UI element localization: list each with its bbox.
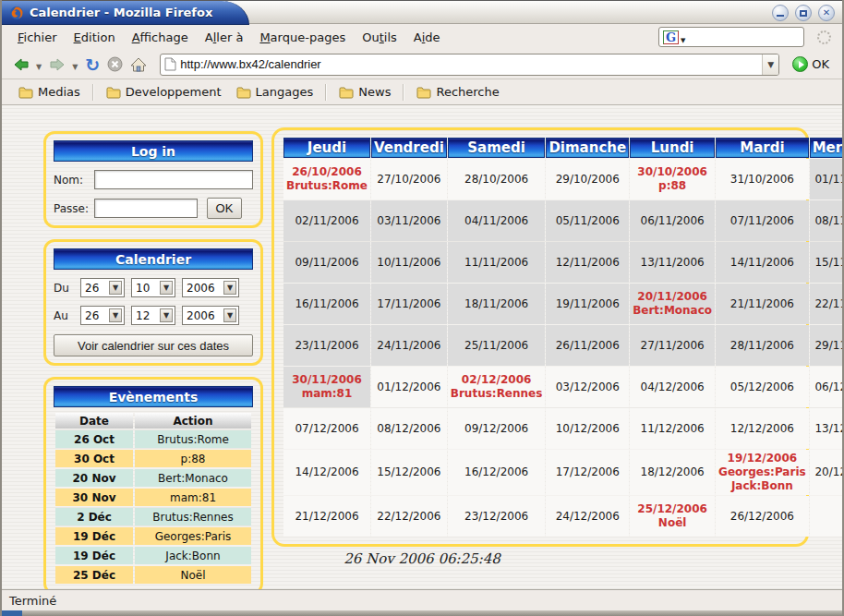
events-header-date: Date xyxy=(55,413,133,429)
generated-timestamp: 26 Nov 2006 06:25:48 xyxy=(2,550,842,567)
title-bar[interactable]: Calendrier - Mozilla Firefox ✕ xyxy=(2,0,842,24)
calendar-cell: 10/11/2006 xyxy=(371,242,447,283)
window-title: Calendrier - Mozilla Firefox xyxy=(30,6,212,19)
search-box[interactable]: G ▼ xyxy=(658,27,804,47)
status-text: Terminé xyxy=(9,594,56,608)
passe-field[interactable] xyxy=(94,199,198,218)
navigation-toolbar: ▼ ▼ ↻ ▼ OK xyxy=(2,50,842,79)
cell-event: p:88 xyxy=(633,179,712,193)
calendar-cell: 06/12/2006 xyxy=(810,367,842,407)
cell-date: 22/12/2006 xyxy=(374,510,444,524)
cell-date: 25/11/2006 xyxy=(451,339,543,353)
url-dropdown-icon[interactable]: ▼ xyxy=(762,54,778,75)
cell-event: Bert:Monaco xyxy=(633,304,712,318)
bookmark-label: Developpement xyxy=(126,85,222,99)
calendar-cell: 20/12/2006 xyxy=(810,450,842,495)
menu-item-affichage[interactable]: Affichage xyxy=(124,28,197,47)
calendar-cell: 05/12/2006 xyxy=(716,367,809,407)
stop-button[interactable] xyxy=(105,54,125,74)
event-date: 30 Nov xyxy=(55,489,133,506)
minimize-button[interactable] xyxy=(772,5,789,21)
events-box-title: Evènements xyxy=(54,386,253,407)
bookmarks-separator xyxy=(325,84,327,101)
select-value: 2006 xyxy=(183,282,223,295)
menu-item-aide[interactable]: Aide xyxy=(405,28,449,47)
view-calendar-button[interactable]: Voir calendrier sur ces dates xyxy=(54,334,253,356)
window-resize-corner[interactable] xyxy=(2,610,22,616)
bookmark-langages[interactable]: Langages xyxy=(229,82,321,102)
search-engine-caret-icon[interactable]: ▼ xyxy=(681,37,685,44)
calendar-cell: 19/11/2006 xyxy=(546,284,629,324)
event-action: Georges:Paris xyxy=(135,527,251,545)
date-select-au-0[interactable]: 26▼ xyxy=(80,306,125,325)
event-action: Brutus:Rome xyxy=(135,430,251,448)
forward-button[interactable] xyxy=(47,55,67,74)
calendar-cell: 24/12/2006 xyxy=(546,496,629,537)
calendar-row: 26/10/2006Brutus:Rome27/10/200628/10/200… xyxy=(283,159,842,199)
calendar-cell: 21/11/2006 xyxy=(716,284,809,324)
search-input[interactable] xyxy=(688,30,801,43)
weekday-header-jeudi: Jeudi xyxy=(283,138,370,158)
folder-icon xyxy=(106,86,121,99)
cell-date: 18/11/2006 xyxy=(451,297,543,311)
bookmark-developpement[interactable]: Developpement xyxy=(99,82,229,102)
calendar-cell: 26/11/2006 xyxy=(546,325,629,366)
close-button[interactable]: ✕ xyxy=(818,5,835,21)
calendar-cell: 06/11/2006 xyxy=(630,200,715,241)
cell-date: 12/11/2006 xyxy=(549,256,626,270)
reload-button[interactable]: ↻ xyxy=(83,54,102,75)
menu-item-outils[interactable]: Outils xyxy=(354,28,405,47)
go-button[interactable]: OK xyxy=(789,54,833,74)
weekday-header-dimanche: Dimanche xyxy=(546,138,629,158)
calendar-cell: 16/12/2006 xyxy=(448,450,546,495)
bookmark-recherche[interactable]: Recherche xyxy=(409,82,506,102)
page-icon xyxy=(164,57,176,71)
cell-date: 09/12/2006 xyxy=(451,422,543,436)
calendar-cell: 22/11/2006 xyxy=(810,284,842,324)
maximize-button[interactable] xyxy=(795,5,812,21)
event-date: 30 Oct xyxy=(55,450,133,467)
date-select-au-2[interactable]: 2006▼ xyxy=(182,306,239,325)
calendar-cell: 14/12/2006 xyxy=(283,450,370,495)
date-select-du-0[interactable]: 26▼ xyxy=(80,278,125,297)
cell-date: 09/11/2006 xyxy=(286,256,368,270)
select-value: 12 xyxy=(132,309,160,322)
calendar-cell: 04/12/2006 xyxy=(630,367,715,407)
menu-item-fichier[interactable]: Fichier xyxy=(9,28,66,47)
menu-bar: FichierEditionAffichageAller àMarque-pag… xyxy=(2,24,842,50)
menu-item-edition[interactable]: Edition xyxy=(66,28,124,47)
url-input[interactable] xyxy=(176,57,762,71)
passe-label: Passe: xyxy=(54,202,94,215)
home-button[interactable] xyxy=(128,55,149,74)
calendar-cell: 26/12/2006 xyxy=(716,496,809,537)
menu-item-marquepages[interactable]: Marque-pages xyxy=(251,28,354,47)
date-select-du-1[interactable]: 10▼ xyxy=(131,278,175,297)
calendar-cell: 21/12/2006 xyxy=(283,496,370,537)
cell-date: 31/10/2006 xyxy=(718,173,806,187)
cell-date: 13/12/2006 xyxy=(813,422,842,436)
google-search-icon[interactable]: G xyxy=(663,30,679,44)
forward-dropdown-icon[interactable]: ▼ xyxy=(72,63,78,71)
bookmark-news[interactable]: News xyxy=(332,82,398,102)
calendar-cell: 11/11/2006 xyxy=(448,242,546,283)
cell-date: 26/10/2006 xyxy=(286,165,368,179)
event-row: 2 DécBrutus:Rennes xyxy=(55,508,251,525)
cell-date: 30/11/2006 xyxy=(286,373,368,387)
events-header-action: Action xyxy=(135,413,251,429)
cell-date: 07/11/2006 xyxy=(718,214,806,228)
calendar-cell: 02/11/2006 xyxy=(283,200,370,241)
back-dropdown-icon[interactable]: ▼ xyxy=(36,63,42,71)
url-bar[interactable]: ▼ xyxy=(160,54,779,76)
calendar-cell: 11/12/2006 xyxy=(630,408,715,449)
nom-field[interactable] xyxy=(94,170,253,189)
calendar-cell: 23/12/2006 xyxy=(448,496,546,537)
bookmark-medias[interactable]: Medias xyxy=(11,82,88,102)
login-ok-button[interactable]: OK xyxy=(207,198,242,219)
date-select-au-1[interactable]: 12▼ xyxy=(131,306,175,325)
calendar-cell: 30/10/2006p:88 xyxy=(630,159,715,199)
cell-date: 21/12/2006 xyxy=(286,510,368,524)
cell-date: 17/12/2006 xyxy=(549,465,626,479)
back-button[interactable] xyxy=(11,55,31,74)
menu-item-aller[interactable]: Aller à xyxy=(197,28,252,47)
date-select-du-2[interactable]: 2006▼ xyxy=(182,278,239,297)
